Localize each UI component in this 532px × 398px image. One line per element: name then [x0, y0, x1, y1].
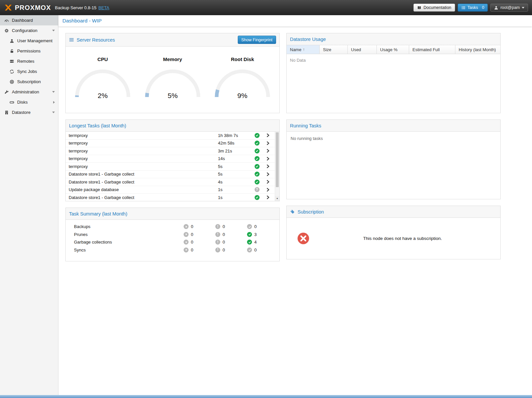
column-header-history-last-month[interactable]: History (last Month) [455, 45, 500, 54]
sync-icon [9, 69, 14, 74]
task-row[interactable]: termproxy1h 38m 7s [66, 132, 274, 140]
scrollbar-down-button[interactable]: ▼ [275, 196, 279, 201]
chevron-right-icon [266, 141, 269, 145]
task-row[interactable]: Datastore store1 - Garbage collect5s [66, 171, 274, 179]
task-open-button[interactable] [263, 195, 273, 199]
gauges: CPU2%Memory5%Root Disk9% [66, 47, 279, 113]
tasks-button[interactable]: Tasks 0 [458, 4, 488, 12]
panel-title: Running Tasks [290, 123, 321, 128]
running-tasks-header: Running Tasks [287, 120, 500, 132]
task-row[interactable]: termproxy5s [66, 163, 274, 171]
check-circle-icon [255, 172, 260, 177]
task-summary-panel: Task Summary (last Month) Backups0!00Pru… [65, 208, 280, 261]
summary-row-syncs[interactable]: Syncs0!00 [66, 246, 279, 254]
column-header-used[interactable]: Used [348, 45, 377, 54]
svg-text:2%: 2% [98, 92, 108, 99]
task-name: termproxy [69, 149, 218, 153]
product-label: Backup Server 0.8-15 [55, 5, 96, 10]
summary-row-garbage-collections[interactable]: Garbage collections0!04 [66, 238, 279, 246]
task-open-button[interactable] [263, 133, 273, 137]
summary-count: 0 [223, 240, 225, 245]
user-menu-button[interactable]: root@pam [490, 4, 528, 12]
task-open-button[interactable] [263, 172, 273, 176]
sidebar-item-administration[interactable]: Administration [0, 87, 58, 97]
task-status [251, 149, 263, 153]
column-label: Size [323, 47, 331, 52]
sidebar-item-subscription[interactable]: Subscription [0, 77, 58, 87]
gauge-label: Root Disk [209, 56, 275, 62]
summary-cell: 0 [184, 232, 215, 237]
task-open-button[interactable] [263, 141, 273, 145]
warning-circle-icon: ! [215, 232, 220, 237]
sidebar-item-user-management[interactable]: User Management [0, 36, 58, 46]
task-open-button[interactable] [263, 149, 273, 153]
summary-count: 0 [254, 248, 257, 252]
column-header-usage[interactable]: Usage % [377, 45, 409, 54]
summary-count: 0 [223, 224, 225, 229]
tachometer-icon [4, 18, 9, 23]
task-summary-list: Backups0!00Prunes0!03Garbage collections… [66, 220, 279, 261]
page-title: Dashboard - WIP [62, 18, 102, 24]
show-fingerprint-button[interactable]: Show Fingerprint [238, 36, 276, 44]
task-row[interactable]: Update package database1s? [66, 186, 274, 194]
panel-title: Longest Tasks (last Month) [69, 123, 126, 128]
sidebar-item-permissions[interactable]: Permissions [0, 46, 58, 56]
scrollbar[interactable]: ▼ [275, 132, 279, 201]
column-header-name[interactable]: Name↑ [287, 45, 320, 54]
task-name: Datastore store1 - Garbage collect [69, 195, 218, 200]
sidebar: DashboardConfigurationUser ManagementPer… [0, 15, 58, 395]
task-row[interactable]: Datastore store1 - Garbage collect1s [66, 194, 274, 201]
list-icon [461, 6, 466, 10]
column-header-size[interactable]: Size [320, 45, 348, 54]
header-actions: Documentation Tasks 0 root@pam [413, 4, 528, 12]
task-open-button[interactable] [263, 188, 273, 192]
sidebar-item-dashboard[interactable]: Dashboard [0, 15, 58, 25]
sidebar-item-configuration[interactable]: Configuration [0, 25, 58, 36]
user-icon [494, 6, 498, 10]
svg-text:9%: 9% [237, 92, 247, 99]
sidebar-item-remotes[interactable]: Remotes [0, 56, 58, 66]
task-open-button[interactable] [263, 164, 273, 168]
sidebar-item-sync-jobs[interactable]: Sync Jobs [0, 66, 58, 77]
gauge-cpu: CPU2% [70, 47, 136, 101]
chevron-down-icon [52, 30, 55, 31]
datastore-empty-text: No Data [287, 54, 500, 66]
tasks-count-badge: 0 [482, 5, 484, 10]
wrench-icon [4, 90, 9, 94]
panel-title: Server Resources [77, 37, 115, 43]
beta-link[interactable]: BETA [98, 5, 109, 10]
chevron-down-icon [522, 7, 524, 9]
summary-cell: !0 [215, 232, 247, 237]
task-row[interactable]: termproxy42m 58s [66, 140, 274, 148]
task-duration: 42m 58s [218, 141, 251, 146]
task-row[interactable]: Datastore store1 - Garbage collect4s [66, 178, 274, 186]
check-circle-icon [255, 149, 260, 153]
scrollbar-thumb[interactable] [276, 132, 279, 187]
check-circle-icon [247, 224, 252, 229]
summary-count: 0 [254, 224, 257, 229]
triangle-down-icon: ▼ [276, 197, 278, 200]
task-open-button[interactable] [263, 180, 273, 184]
summary-row-prunes[interactable]: Prunes0!03 [66, 231, 279, 239]
sidebar-item-disks[interactable]: Disks [0, 97, 58, 107]
task-status [251, 195, 263, 200]
page-titlebar: Dashboard - WIP [58, 15, 532, 26]
summary-count: 0 [191, 224, 193, 229]
sidebar-item-label: User Management [17, 38, 53, 43]
task-status: ? [251, 187, 263, 192]
task-open-button[interactable] [263, 157, 273, 161]
chevron-right-icon [266, 164, 269, 168]
tasks-label: Tasks [468, 5, 478, 10]
task-row[interactable]: termproxy14s [66, 155, 274, 163]
hdd-icon [9, 100, 14, 105]
top-header: PROXMOX Backup Server 0.8-15 BETA Docume… [0, 0, 532, 15]
server-resources-header: Server Resources Show Fingerprint [66, 33, 279, 47]
column-label: Usage % [380, 47, 398, 52]
summary-cell: 3 [247, 232, 279, 237]
summary-row-backups[interactable]: Backups0!00 [66, 223, 279, 231]
sidebar-item-datastore[interactable]: Datastore [0, 107, 58, 117]
task-row[interactable]: termproxy3m 21s [66, 147, 274, 155]
gears-icon [4, 28, 9, 33]
documentation-button[interactable]: Documentation [413, 4, 455, 12]
column-header-estimated-full[interactable]: Estimated Full [409, 45, 455, 54]
